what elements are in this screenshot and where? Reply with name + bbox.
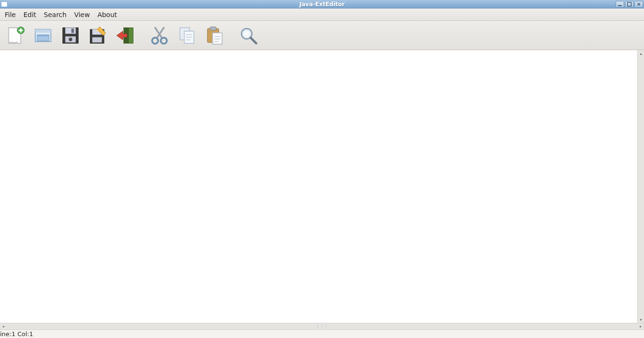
vertical-scrollbar[interactable]: ▴ ▾ bbox=[637, 50, 644, 323]
editor-area: ▴ ▾ bbox=[0, 50, 644, 323]
scroll-down-icon[interactable]: ▾ bbox=[638, 316, 644, 323]
save-as-button[interactable] bbox=[84, 23, 112, 48]
exit-icon bbox=[115, 25, 136, 46]
open-folder-icon bbox=[33, 25, 53, 46]
new-file-icon bbox=[5, 25, 26, 46]
svg-point-24 bbox=[161, 37, 167, 44]
svg-point-23 bbox=[152, 37, 158, 44]
app-icon bbox=[1, 1, 8, 7]
text-editor[interactable] bbox=[0, 50, 637, 323]
menu-bar: File Edit Search View About bbox=[0, 9, 644, 21]
menu-edit[interactable]: Edit bbox=[19, 9, 40, 20]
menu-view[interactable]: View bbox=[71, 9, 94, 20]
scroll-grip-icon: ⋮⋮⋮ bbox=[316, 324, 328, 329]
close-button[interactable] bbox=[635, 1, 643, 8]
save-button[interactable] bbox=[57, 23, 84, 48]
save-icon bbox=[60, 25, 81, 46]
paste-button[interactable] bbox=[201, 23, 228, 48]
svg-point-37 bbox=[244, 30, 250, 36]
status-bar: ine:1 Col:1 bbox=[0, 329, 644, 338]
svg-rect-0 bbox=[618, 5, 622, 6]
minimize-button[interactable] bbox=[616, 1, 624, 8]
search-icon bbox=[238, 25, 259, 46]
svg-rect-8 bbox=[35, 29, 51, 33]
svg-rect-12 bbox=[65, 27, 76, 34]
cut-button[interactable] bbox=[146, 23, 173, 48]
window-controls bbox=[616, 0, 643, 8]
svg-rect-6 bbox=[18, 29, 23, 31]
menu-search[interactable]: Search bbox=[40, 9, 71, 20]
maximize-button[interactable] bbox=[625, 1, 634, 8]
cut-icon bbox=[149, 25, 170, 46]
cursor-position: ine:1 Col:1 bbox=[0, 330, 33, 338]
svg-rect-18 bbox=[92, 37, 102, 42]
horizontal-scrollbar[interactable]: ◂ ⋮⋮⋮ ▸ bbox=[0, 323, 644, 329]
svg-rect-31 bbox=[210, 27, 216, 30]
svg-rect-13 bbox=[71, 28, 74, 33]
svg-point-15 bbox=[69, 37, 72, 41]
new-file-button[interactable] bbox=[2, 23, 29, 48]
window-title: Java-ExtEditor bbox=[300, 1, 345, 8]
copy-icon bbox=[176, 25, 197, 46]
svg-rect-1 bbox=[627, 2, 631, 6]
paste-icon bbox=[204, 25, 225, 46]
menu-file[interactable]: File bbox=[1, 9, 19, 20]
copy-button[interactable] bbox=[173, 23, 201, 48]
svg-rect-32 bbox=[212, 33, 222, 44]
toolbar bbox=[0, 21, 644, 50]
exit-button[interactable] bbox=[112, 23, 139, 48]
scroll-left-icon[interactable]: ◂ bbox=[0, 323, 7, 329]
scroll-right-icon[interactable]: ▸ bbox=[637, 323, 644, 329]
scroll-up-icon[interactable]: ▴ bbox=[638, 50, 644, 57]
svg-rect-10 bbox=[37, 35, 49, 36]
svg-line-38 bbox=[251, 37, 256, 43]
search-button[interactable] bbox=[235, 23, 262, 48]
open-button[interactable] bbox=[29, 23, 57, 48]
save-as-icon bbox=[88, 25, 108, 46]
title-bar: Java-ExtEditor bbox=[0, 0, 644, 9]
menu-about[interactable]: About bbox=[94, 9, 121, 20]
